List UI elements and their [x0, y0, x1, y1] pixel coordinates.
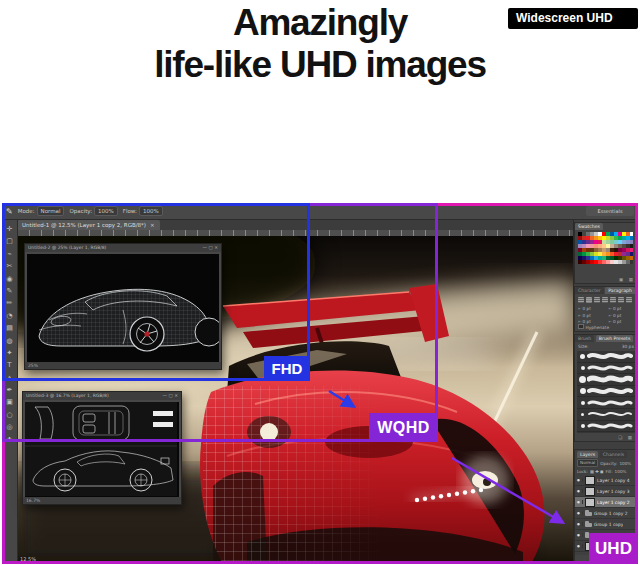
brush-footer-icons[interactable]: ❏ ▦	[618, 435, 634, 440]
blend-mode-select[interactable]: Normal	[577, 459, 598, 467]
blueprint-window-titlebar[interactable]: Untitled-3 @ 16.7% (Layer 1, RGB/8) — ▢ …	[23, 392, 181, 400]
opacity-control[interactable]: Opacity: 100%	[69, 206, 117, 216]
ps-tool-icon[interactable]: ✛	[7, 223, 13, 235]
brush-preset-row[interactable]	[577, 363, 635, 375]
layer-row[interactable]: ●Layer 1 copy 4	[575, 475, 637, 486]
tab-brush[interactable]: Brush	[575, 335, 594, 342]
window-buttons-icon[interactable]: — ▢ ×	[203, 244, 218, 252]
ps-tool-icon[interactable]: ✏	[7, 297, 13, 309]
layers-footer-icon[interactable]: fx	[601, 557, 605, 562]
ps-tool-icon[interactable]: ○	[6, 409, 12, 421]
ps-tool-icon[interactable]: ▤	[6, 322, 13, 334]
wireframe-window[interactable]: Untitled-2 @ 25% (Layer 1, RGB/8) — ▢ ×	[24, 243, 222, 370]
visibility-eye-icon[interactable]: ●	[575, 478, 583, 482]
layer-row[interactable]: ●Group 1 copy 2	[575, 508, 637, 519]
layer-row[interactable]: ●Layer 1	[575, 541, 637, 552]
blueprint-window[interactable]: Untitled-3 @ 16.7% (Layer 1, RGB/8) — ▢ …	[22, 391, 182, 505]
paragraph-field[interactable]: ⇤0 pt	[578, 306, 606, 311]
group-folder-icon	[585, 523, 592, 528]
visibility-eye-icon[interactable]: ●	[575, 511, 583, 515]
lock-icons[interactable]: ▦ ✚ ◼	[590, 469, 604, 474]
layer-name: Layer 1	[597, 544, 613, 549]
ps-tool-icon[interactable]: ✚	[7, 434, 13, 446]
workspace-switcher-button[interactable]: Essentials	[586, 206, 634, 216]
paragraph-field[interactable]: ⇤0 pt	[578, 313, 606, 318]
paragraph-field[interactable]: ⇤0 pt	[609, 306, 637, 311]
flow-control[interactable]: Flow: 100%	[123, 206, 163, 216]
brush-preset-row[interactable]	[577, 409, 635, 421]
ps-tool-icon[interactable]: ✒	[7, 384, 13, 396]
ps-tool-icon[interactable]: ◎	[6, 421, 12, 433]
mode-dropdown[interactable]: Mode: Normal	[18, 206, 65, 216]
align-button-icon[interactable]	[578, 297, 584, 303]
align-button-icon[interactable]	[618, 297, 624, 303]
visibility-eye-icon[interactable]: ●	[575, 533, 583, 537]
tab-brush-presets[interactable]: Brush Presets	[596, 335, 633, 342]
align-button-icon[interactable]	[626, 297, 632, 303]
ps-tool-icon[interactable]: ▢	[6, 235, 13, 247]
ps-right-panels: Swatches ▣ ▦ Character Paragraph ⇤0 pt⇤0…	[573, 220, 638, 564]
brush-preset-row[interactable]	[577, 386, 635, 398]
brush-preset-row[interactable]	[577, 432, 635, 433]
tab-swatches[interactable]: Swatches	[575, 223, 603, 230]
align-button-icon[interactable]	[610, 297, 616, 303]
layers-footer-icon[interactable]: ◐	[609, 557, 613, 562]
align-button-icon[interactable]	[594, 297, 600, 303]
layers-footer-icon[interactable]: ⊞	[623, 557, 627, 562]
ps-tool-icon[interactable]: ⌁	[7, 248, 11, 260]
tab-layers[interactable]: Layers	[577, 451, 598, 458]
visibility-eye-icon[interactable]: ●	[575, 544, 583, 548]
layer-row[interactable]: ●Group 1 copy 3	[575, 530, 637, 541]
wireframe-window-status: 25%	[25, 362, 221, 369]
swatches-footer-icons[interactable]: ▣ ▦	[619, 277, 635, 282]
brush-preset-row[interactable]	[577, 421, 635, 433]
ps-tool-icon[interactable]: ▣	[6, 396, 13, 408]
blueprint-car-drawing	[25, 402, 177, 496]
brush-preset-row[interactable]	[577, 351, 635, 363]
layer-name: Layer 1 copy 2	[597, 500, 630, 505]
ps-tool-icon[interactable]: ◮	[7, 372, 12, 384]
ps-tool-icon[interactable]: ◍	[6, 335, 12, 347]
window-buttons-icon[interactable]: — ▢ ×	[163, 392, 178, 400]
tab-channels[interactable]: Channels	[600, 451, 627, 458]
zoom-level[interactable]: 12.5%	[20, 556, 36, 562]
align-button-icon[interactable]	[602, 297, 608, 303]
tab-character[interactable]: Character	[575, 287, 604, 294]
layer-row[interactable]: ●Layer 1 copy 2	[575, 497, 637, 508]
layers-list: ●Layer 1 copy 4●Layer 1 copy 3●Layer 1 c…	[575, 475, 637, 555]
ps-document-tab[interactable]: Untitled-1 @ 12.5% (Layer 1 copy 2, RGB/…	[17, 220, 160, 230]
layer-thumbnail	[585, 498, 595, 507]
paragraph-field[interactable]: ⇤0 pt	[609, 313, 637, 318]
hyphenate-checkbox[interactable]: Hyphenate	[578, 324, 609, 330]
brush-tip-icon	[578, 376, 587, 383]
visibility-eye-icon[interactable]: ●	[575, 489, 583, 493]
tab-paragraph[interactable]: Paragraph	[605, 287, 635, 294]
brush-tip-icon	[578, 424, 587, 428]
align-button-icon[interactable]	[586, 297, 592, 303]
layer-thumbnail	[585, 542, 595, 551]
brush-preset-row[interactable]	[577, 397, 635, 409]
blend-mode-row: Normal Opacity: 100%	[575, 459, 637, 467]
layers-footer-icon[interactable]: ∞	[594, 557, 598, 562]
layers-footer-icon[interactable]: ❏	[616, 557, 620, 562]
ps-tool-icon[interactable]: ✎	[7, 285, 13, 297]
ps-tool-icon[interactable]: ◉	[6, 273, 12, 285]
ps-tool-icon[interactable]: ✦	[7, 347, 13, 359]
wireframe-window-titlebar[interactable]: Untitled-2 @ 25% (Layer 1, RGB/8) — ▢ ×	[25, 244, 221, 252]
brush-tool-icon[interactable]: ✎	[6, 207, 13, 216]
ps-tool-icon[interactable]: ◔	[6, 310, 12, 322]
visibility-eye-icon[interactable]: ●	[575, 500, 583, 504]
visibility-eye-icon[interactable]: ●	[575, 522, 583, 526]
layer-row[interactable]: ●Group 1 copy	[575, 519, 637, 530]
paragraph-field[interactable]: ⇤0 pt	[609, 319, 637, 324]
tab-close-icon[interactable]: ×	[150, 220, 155, 230]
layer-row[interactable]: ●Layer 1 copy 3	[575, 486, 637, 497]
checkbox-icon[interactable]	[578, 324, 584, 330]
brush-preset-row[interactable]	[577, 374, 635, 386]
layers-tabs: Layers Channels Paths	[575, 450, 637, 459]
layers-footer-icon[interactable]: ▦	[630, 557, 634, 562]
ps-tool-icon[interactable]: ✂	[7, 260, 13, 272]
swatch[interactable]	[630, 260, 634, 264]
layer-name: Layer 1 copy 3	[597, 489, 630, 494]
ps-tool-icon[interactable]: T	[7, 359, 11, 371]
